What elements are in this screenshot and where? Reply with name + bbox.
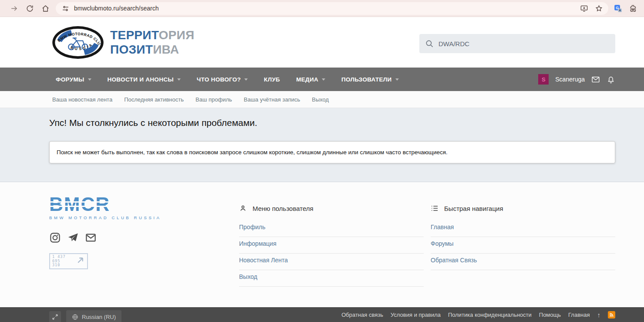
bell-icon[interactable]: [607, 75, 615, 84]
nav-label: ПОЛЬЗОВАТЕЛИ: [341, 76, 392, 83]
bottom-link-contact[interactable]: Обратная связь: [341, 312, 383, 318]
bottom-link-terms[interactable]: Условия и правила: [391, 312, 441, 318]
fullscreen-toggle-button[interactable]: [49, 311, 61, 322]
email-icon[interactable]: [85, 232, 97, 244]
bmcr-acronym: BMCR: [49, 193, 110, 215]
quick-nav-header: Быстрая навигация: [431, 204, 615, 212]
language-button[interactable]: Russian (RU): [66, 310, 121, 322]
nav-item-whats-new[interactable]: ЧТО НОВОГО?: [197, 76, 248, 83]
counter-line: 310: [52, 263, 66, 268]
footer-user-menu-column: Меню пользователя Профиль Информация Нов…: [239, 183, 424, 287]
mail-icon[interactable]: [591, 75, 600, 84]
home-icon[interactable]: [41, 4, 50, 13]
avatar[interactable]: S: [538, 74, 549, 85]
bookmark-star-icon[interactable]: [594, 4, 603, 13]
title-line2-blue: ПОЗИТ: [110, 43, 153, 56]
address-bar[interactable]: bmwclubmoto.ru/search/search: [56, 2, 608, 15]
chevron-down-icon: [244, 78, 248, 81]
expand-icon: [52, 314, 58, 320]
language-label: Russian (RU): [82, 314, 116, 320]
title-line1-gray: ОРИЯ: [158, 28, 194, 42]
counter-numbers: 1 437 695 310: [52, 255, 66, 268]
user-icon: [239, 204, 247, 212]
nav-item-media[interactable]: МЕДИА: [296, 76, 325, 83]
install-app-icon[interactable]: [580, 4, 588, 13]
rss-icon[interactable]: [608, 311, 615, 319]
bottom-bar: Russian (RU) Обратная связь Условия и пр…: [0, 307, 644, 322]
list-icon: [431, 204, 438, 212]
browser-toolbar: bmwclubmoto.ru/search/search GA: [0, 0, 644, 17]
site-title-line1: ТЕРРИТОРИЯ: [110, 28, 194, 42]
subnav-news-feed[interactable]: Ваша новостная лента: [52, 96, 112, 103]
forward-icon[interactable]: [10, 4, 18, 13]
nav-item-club[interactable]: КЛУБ: [264, 76, 280, 83]
bmcr-logo[interactable]: BMCR: [49, 196, 110, 213]
reload-icon[interactable]: [25, 4, 34, 13]
user-menu-links: Профиль Информация Новостная Лента Выход: [239, 220, 424, 287]
bmcr-subtitle: BMW MOTORRAD CLUB RUSSIA: [49, 215, 197, 220]
subnav-your-account[interactable]: Ваша учётная запись: [244, 96, 300, 103]
quick-nav-title: Быстрая навигация: [444, 205, 503, 212]
page: bmwclubmoto.ru/search/search GA: [0, 0, 644, 322]
site-search[interactable]: [419, 34, 615, 53]
scroll-top-icon[interactable]: ↑: [597, 311, 601, 319]
translate-icon[interactable]: GA: [614, 4, 622, 13]
user-menu-title: Меню пользователя: [253, 205, 314, 212]
logo-stripe: [48, 206, 111, 207]
footer-brand-column: BMCR BMW MOTORRAD CLUB RUSSIA 1 437: [49, 183, 197, 269]
chevron-down-icon: [177, 78, 181, 81]
nav-label: ЧТО НОВОГО?: [197, 76, 241, 83]
footer-quick-nav-column: Быстрая навигация Главная Форумы Обратна…: [431, 183, 615, 270]
site-title-line2: ПОЗИТИВА: [110, 42, 194, 57]
nav-label: МЕДИА: [296, 76, 318, 83]
svg-text:A: A: [619, 8, 621, 11]
logo-stripe: [48, 201, 111, 203]
nav-label: КЛУБ: [264, 76, 280, 83]
footer-link-contact[interactable]: Обратная Связь: [431, 254, 615, 270]
footer-link-home[interactable]: Главная: [431, 220, 615, 237]
nav-label: ФОРУМЫ: [56, 76, 84, 83]
error-message-text: Поиск не может быть выполнен, так как сл…: [57, 149, 448, 156]
telegram-icon[interactable]: [67, 232, 79, 244]
user-menu-header: Меню пользователя: [239, 204, 424, 212]
subnav: Ваша новостная лента Последняя активност…: [0, 91, 644, 108]
page-title: Упс! Мы столкнулись с некоторыми проблем…: [49, 118, 257, 128]
chevron-down-icon: [322, 78, 325, 81]
chevron-down-icon: [395, 78, 399, 81]
social-icons: [49, 232, 197, 244]
search-input[interactable]: [438, 40, 609, 47]
nav-item-news[interactable]: НОВОСТИ И АНОНСЫ: [108, 76, 181, 83]
search-icon: [425, 40, 434, 48]
extensions-icon[interactable]: [628, 4, 637, 13]
main-content: Упс! Мы столкнулись с некоторыми проблем…: [0, 108, 644, 182]
club-badge-logo[interactable]: BMW MOTORRAD CLUB RUSSIA: [51, 25, 105, 60]
footer-link-forums[interactable]: Форумы: [431, 237, 615, 254]
title-line2-gray: ИВА: [153, 43, 179, 56]
footer-link-logout[interactable]: Выход: [239, 270, 424, 287]
bottom-links: Обратная связь Условия и правила Политик…: [341, 307, 615, 322]
footer-link-information[interactable]: Информация: [239, 237, 424, 254]
subnav-your-profile[interactable]: Ваш профиль: [196, 96, 232, 103]
subnav-logout[interactable]: Выход: [312, 96, 329, 103]
url-text[interactable]: bmwclubmoto.ru/search/search: [74, 5, 159, 12]
title-line1-blue: ТЕРРИТ: [110, 28, 158, 42]
subnav-latest-activity[interactable]: Последняя активность: [124, 96, 184, 103]
visit-counter-badge[interactable]: 1 437 695 310: [49, 253, 88, 269]
bottom-link-help[interactable]: Помощь: [539, 312, 561, 318]
nav-items: ФОРУМЫ НОВОСТИ И АНОНСЫ ЧТО НОВОГО? КЛУБ…: [56, 68, 399, 91]
nav-item-forums[interactable]: ФОРУМЫ: [56, 76, 91, 83]
site-info-icon[interactable]: [61, 4, 70, 13]
arrow-up-right-icon: [76, 256, 85, 267]
chevron-down-icon: [88, 78, 91, 81]
quick-nav-links: Главная Форумы Обратная Связь: [431, 220, 615, 270]
instagram-icon[interactable]: [49, 232, 61, 244]
bottom-link-home[interactable]: Главная: [568, 312, 590, 318]
globe-icon: [72, 314, 78, 320]
error-message-box: Поиск не может быть выполнен, так как сл…: [49, 141, 615, 163]
footer-link-profile[interactable]: Профиль: [239, 220, 424, 237]
username[interactable]: Scaneruga: [555, 76, 585, 83]
footer-link-news-feed[interactable]: Новостная Лента: [239, 254, 424, 270]
bottom-link-privacy[interactable]: Политика конфиденциальности: [448, 312, 532, 318]
nav-label: НОВОСТИ И АНОНСЫ: [108, 76, 174, 83]
nav-item-users[interactable]: ПОЛЬЗОВАТЕЛИ: [341, 76, 399, 83]
